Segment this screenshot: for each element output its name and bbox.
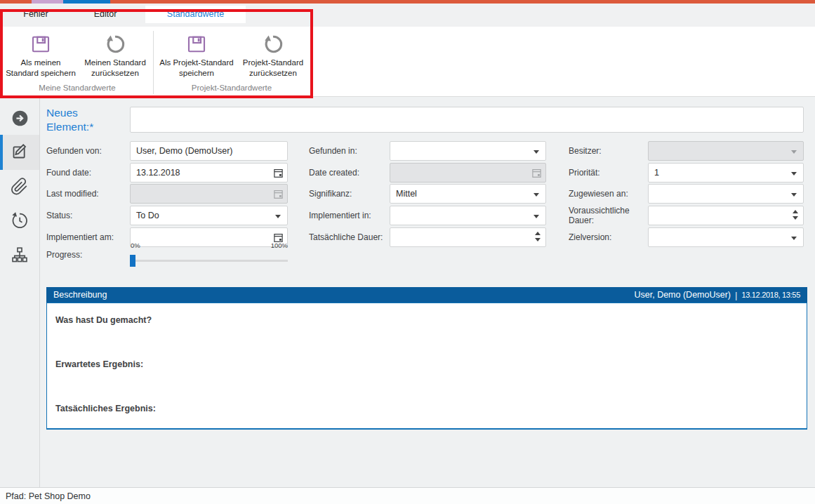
description-prompt: Was hast Du gemacht?	[55, 315, 152, 325]
zielversion-dropdown[interactable]	[648, 227, 804, 247]
chevron-down-icon[interactable]	[791, 237, 797, 240]
field-value: To Do	[136, 211, 159, 220]
spin-up-icon[interactable]	[793, 210, 798, 213]
go-arrow-icon	[11, 109, 29, 131]
field-label: Zielversion:	[569, 227, 646, 247]
progress-min-label: 0%	[131, 241, 140, 249]
reset-project-default-button[interactable]: Projekt-Standard zurücksetzen	[239, 31, 307, 84]
implementiert-in-dropdown[interactable]	[390, 206, 546, 225]
progress-label: Progress:	[46, 250, 128, 260]
ribbon-group-divider	[153, 31, 154, 94]
gefunden-von-input[interactable]: User, Demo (DemoUser)	[130, 141, 288, 161]
description-header: Beschreibung User, Demo (DemoUser) | 13.…	[46, 287, 807, 303]
field-label: Implementiert am:	[46, 227, 128, 247]
besitzer-dropdown	[648, 141, 804, 161]
date-created-input	[390, 163, 546, 183]
signifikanz-dropdown[interactable]: Mittel	[390, 184, 546, 204]
chevron-down-icon[interactable]	[534, 150, 539, 154]
progress-max-label: 100%	[271, 241, 288, 249]
tatsaechliche-dauer-spinner[interactable]	[390, 227, 546, 247]
chevron-down-icon	[791, 150, 797, 154]
field-label: Voraussichtliche Dauer:	[569, 206, 646, 225]
sidebar	[0, 97, 40, 487]
description-author: User, Demo (DemoUser)	[634, 290, 731, 300]
field-label: Gefunden in:	[309, 141, 387, 161]
save-as-project-default-button[interactable]: Als Projekt-Standard speichern	[156, 31, 237, 84]
description-title: Beschreibung	[53, 290, 107, 300]
field-label: Priorität:	[569, 163, 646, 183]
ribbon-button-label: Als Projekt-Standard speichern	[159, 58, 233, 78]
voraussichtliche-dauer-spinner[interactable]	[648, 206, 804, 225]
app-window: Fehler Editor Standardwerte Als meinen S…	[0, 0, 815, 504]
status-bar: Pfad: Pet Shop Demo	[0, 487, 815, 504]
new-element-label: Neues Element:*	[46, 106, 125, 134]
gefunden-in-dropdown[interactable]	[390, 141, 546, 161]
spin-down-icon[interactable]	[535, 238, 541, 241]
chevron-down-icon[interactable]	[791, 193, 797, 197]
calendar-icon	[531, 168, 542, 180]
save-as-my-default-button[interactable]: Als meinen Standard speichern	[4, 31, 77, 84]
reset-my-default-button[interactable]: Meinen Standard zurücksetzen	[79, 31, 152, 84]
field-label: Found date:	[46, 163, 128, 183]
description-timestamp: 13.12.2018, 13:55	[741, 291, 800, 299]
field-label: Signifikanz:	[309, 184, 387, 204]
sidebar-item-attachments[interactable]	[0, 172, 39, 204]
ribbon: Als meinen Standard speichern Meinen Sta…	[0, 27, 815, 97]
chevron-down-icon[interactable]	[275, 215, 281, 218]
sidebar-item-editor[interactable]	[0, 135, 39, 170]
chevron-down-icon[interactable]	[534, 215, 539, 218]
status-path: Pfad: Pet Shop Demo	[6, 491, 91, 501]
reset-icon	[263, 32, 284, 56]
edit-icon	[11, 142, 29, 164]
attachment-icon	[11, 178, 29, 199]
spinner-arrows[interactable]	[535, 232, 541, 241]
field-label: Implementiert in:	[309, 206, 387, 225]
sidebar-item-hierarchy[interactable]	[0, 240, 39, 272]
slider-thumb[interactable]	[130, 255, 135, 267]
tab-editor[interactable]: Editor	[73, 6, 138, 23]
zugewiesen-an-dropdown[interactable]	[648, 184, 804, 204]
spinner-arrows[interactable]	[793, 210, 798, 220]
last-modified-input	[130, 184, 288, 204]
calendar-icon	[273, 189, 284, 201]
field-value: User, Demo (DemoUser)	[136, 146, 233, 156]
spin-down-icon[interactable]	[793, 216, 798, 220]
sidebar-item-history[interactable]	[0, 206, 39, 238]
status-dropdown[interactable]: To Do	[130, 206, 288, 225]
field-label: Gefunden von:	[46, 141, 128, 161]
save-icon	[186, 32, 207, 56]
field-value: 13.12.2018	[136, 168, 180, 178]
progress-slider[interactable]: 0% 100%	[130, 241, 289, 270]
save-icon	[30, 32, 51, 56]
new-element-input[interactable]	[130, 107, 804, 133]
field-label: Last modified:	[46, 184, 128, 204]
ribbon-button-label: Als meinen Standard speichern	[6, 58, 76, 78]
history-icon	[11, 211, 29, 232]
ribbon-group-caption: Projekt-Standardwerte	[156, 84, 307, 92]
spin-up-icon[interactable]	[535, 232, 541, 235]
description-prompt: Erwartetes Ergebnis:	[55, 359, 143, 369]
field-label: Besitzer:	[569, 141, 646, 161]
ribbon-group-caption: Meine Standardwerte	[3, 84, 152, 92]
chevron-down-icon[interactable]	[534, 193, 539, 197]
ribbon-button-label: Projekt-Standard zurücksetzen	[243, 58, 303, 78]
calendar-icon[interactable]	[273, 168, 284, 180]
sidebar-item-go[interactable]	[0, 103, 39, 135]
ribbon-button-label: Meinen Standard zurücksetzen	[84, 58, 146, 78]
description-separator: |	[735, 290, 737, 300]
chevron-down-icon[interactable]	[791, 172, 797, 175]
found-date-input[interactable]: 13.12.2018	[130, 163, 288, 183]
field-label: Date created:	[309, 163, 387, 183]
field-label: Tatsächliche Dauer:	[309, 227, 387, 247]
description-meta: User, Demo (DemoUser) | 13.12.2018, 13:5…	[634, 290, 800, 300]
slider-track[interactable]	[130, 260, 288, 262]
field-value: 1	[654, 168, 659, 178]
tab-standardwerte[interactable]: Standardwerte	[145, 6, 246, 23]
hierarchy-icon	[11, 246, 29, 267]
prioritaet-dropdown[interactable]: 1	[648, 163, 804, 183]
description-prompt: Tatsächliches Ergebnis:	[55, 404, 156, 413]
description-editor[interactable]: Was hast Du gemacht? Erwartetes Ergebnis…	[46, 303, 807, 430]
field-value: Mittel	[396, 189, 417, 199]
tab-fehler[interactable]: Fehler	[4, 6, 67, 23]
editor-form: Neues Element:* Gefunden von: User, Demo…	[40, 97, 815, 487]
